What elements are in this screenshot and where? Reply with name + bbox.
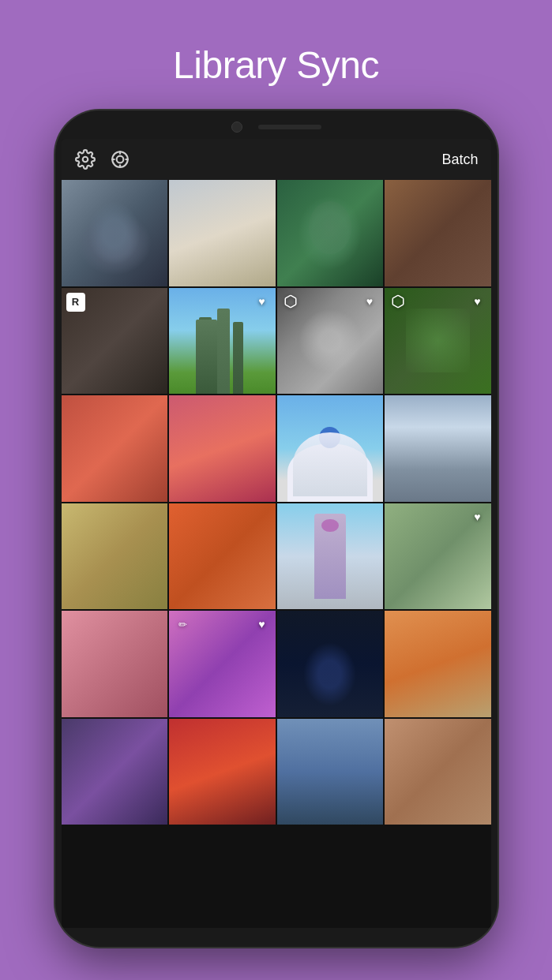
gear-icon[interactable] — [74, 148, 96, 170]
photo-cell[interactable]: R — [62, 288, 168, 395]
heart-icon: ♥ — [469, 293, 486, 310]
front-camera — [231, 122, 242, 133]
photo-grid: R ♥ ♥ — [62, 180, 491, 825]
photo-cell[interactable] — [62, 503, 168, 610]
photo-cell[interactable] — [277, 503, 384, 610]
photo-cell[interactable] — [385, 395, 491, 502]
lens-icon[interactable] — [109, 148, 131, 170]
photo-cell[interactable] — [62, 611, 168, 717]
photo-cell[interactable]: ♥ — [385, 503, 491, 610]
photo-cell[interactable] — [385, 611, 491, 717]
svg-point-2 — [116, 156, 123, 163]
photo-cell[interactable] — [277, 719, 384, 825]
page-title: Library Sync — [173, 43, 379, 87]
photo-cell[interactable] — [62, 395, 168, 502]
phone-body: Batch — [55, 110, 498, 947]
toolbar: Batch — [62, 139, 491, 180]
photo-cell[interactable]: ♥ — [169, 288, 276, 395]
photo-cell[interactable] — [169, 719, 276, 825]
heart-icon: ♥ — [253, 293, 271, 310]
photo-cell[interactable] — [169, 180, 276, 286]
letter-badge: R — [66, 293, 85, 312]
phone-device: Batch — [55, 110, 498, 947]
photo-cell[interactable] — [385, 719, 491, 825]
photo-cell[interactable] — [62, 719, 168, 825]
photo-cell[interactable] — [62, 180, 168, 286]
heart-icon: ♥ — [469, 508, 486, 526]
phone-notch — [55, 110, 498, 139]
photo-cell[interactable] — [277, 611, 384, 717]
photo-cell[interactable]: ✏ ♥ — [169, 611, 276, 717]
photo-cell[interactable]: ♥ — [385, 288, 491, 395]
batch-button[interactable]: Batch — [441, 151, 478, 168]
heart-icon: ♥ — [253, 615, 271, 633]
phone-screen: Batch — [62, 139, 491, 928]
photo-cell[interactable] — [169, 395, 276, 502]
cube-icon — [389, 293, 407, 310]
speaker — [258, 125, 321, 129]
cube-icon — [282, 293, 299, 310]
photo-cell[interactable] — [277, 180, 384, 286]
svg-point-0 — [82, 157, 88, 163]
photo-cell[interactable] — [385, 180, 491, 286]
heart-icon: ♥ — [361, 293, 378, 310]
photo-cell[interactable]: ♥ — [277, 288, 384, 395]
photo-cell[interactable] — [277, 395, 384, 502]
edit-icon: ✏ — [174, 615, 191, 633]
photo-cell[interactable] — [169, 503, 276, 610]
